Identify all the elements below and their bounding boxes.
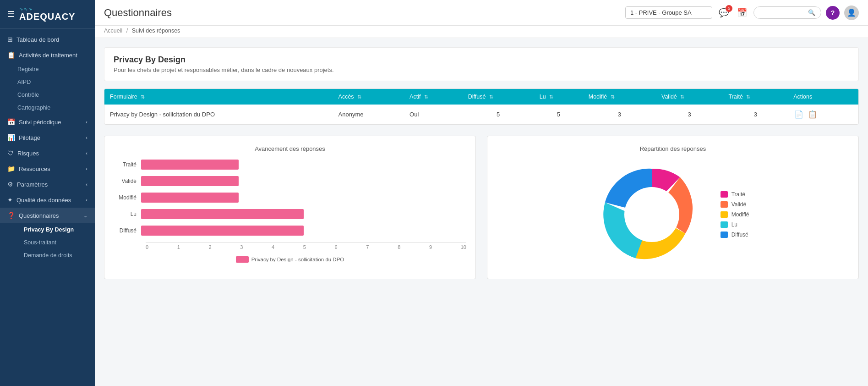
calendar-button[interactable]: 📅 xyxy=(735,6,749,20)
content-area: Privacy By Design Pour les chefs de proj… xyxy=(95,38,868,386)
bar-label: Validé xyxy=(114,178,141,184)
settings-icon: ⚙ xyxy=(7,181,13,188)
sidebar-sub-aipd[interactable]: AIPD xyxy=(0,76,95,88)
logo: ∿∿∿ ADEQUACY xyxy=(19,6,75,22)
col-modifie[interactable]: Modifié ⇅ xyxy=(583,89,656,105)
legend-item-valide: Validé xyxy=(721,201,749,208)
col-traite[interactable]: Traité ⇅ xyxy=(723,89,788,105)
view-action-button[interactable]: 📄 xyxy=(793,109,804,120)
sidebar-item-ressources[interactable]: 📁 Ressources ‹ xyxy=(0,161,95,176)
sort-icon: ⇅ xyxy=(680,94,684,99)
sidebar-sub-privacy-by-design[interactable]: Privacy By Design xyxy=(0,223,95,236)
copy-action-button[interactable]: 📋 xyxy=(807,109,818,120)
sidebar-item-tableau-de-bord[interactable]: ⊞ Tableau de bord xyxy=(0,32,95,47)
cell-acces: Anonyme xyxy=(333,105,404,124)
legend-swatch-valide xyxy=(721,201,728,208)
cell-actions: 📄 📋 xyxy=(788,105,858,124)
sidebar-item-activites-de-traitement[interactable]: 📋 Activités de traitement xyxy=(0,47,95,63)
sidebar-sub-sous-traitant[interactable]: Sous-traitant xyxy=(0,236,95,249)
cell-modifie: 3 xyxy=(583,105,656,124)
sidebar-item-questionnaires[interactable]: ❓ Questionnaires ⌄ xyxy=(0,208,95,223)
table-row: Privacy by Design - sollicitation du DPO… xyxy=(104,105,858,124)
chart-legend: Privacy by Design - sollicitation du DPO xyxy=(114,256,466,263)
col-diffuse[interactable]: Diffusé ⇅ xyxy=(463,89,534,105)
donut-legend: Traité Validé Modifié Lu xyxy=(721,191,749,238)
donut-svg xyxy=(597,160,707,270)
avatar-icon: 👤 xyxy=(847,8,856,17)
legend-item-lu: Lu xyxy=(721,221,749,228)
sidebar-header: ☰ ∿∿∿ ADEQUACY xyxy=(0,0,95,29)
col-formulaire[interactable]: Formulaire ⇅ xyxy=(104,89,333,105)
bar-row-traite: Traité xyxy=(114,160,466,170)
legend-label-modifie: Modifié xyxy=(732,211,749,218)
bar-row-lu: Lu xyxy=(114,209,466,219)
sidebar-item-parametres[interactable]: ⚙ Paramètres ‹ xyxy=(0,176,95,192)
bar-fill xyxy=(141,226,304,236)
sidebar-sub-registre[interactable]: Registre xyxy=(0,63,95,76)
search-box: 🔍 xyxy=(753,6,821,19)
bar-chart-card: Avancement des réponses Traité Validé xyxy=(104,136,476,279)
sidebar-sub-controle[interactable]: Contrôle xyxy=(0,88,95,101)
legend-swatch-modifie xyxy=(721,211,728,218)
bar-row-valide: Validé xyxy=(114,176,466,186)
bar-fill xyxy=(141,176,239,186)
chevron-icon: ‹ xyxy=(86,166,87,171)
legend-swatch-traite xyxy=(721,191,728,198)
bar-row-diffuse: Diffusé xyxy=(114,226,466,236)
cell-valide: 3 xyxy=(656,105,723,124)
search-icon: 🔍 xyxy=(808,9,815,16)
sidebar-nav: ⊞ Tableau de bord 📋 Activités de traitem… xyxy=(0,29,95,265)
search-input[interactable] xyxy=(759,9,805,16)
sort-icon: ⇅ xyxy=(549,94,553,99)
chevron-down-icon: ⌄ xyxy=(83,213,87,219)
col-acces[interactable]: Accès ⇅ xyxy=(333,89,404,105)
org-selector[interactable] xyxy=(625,6,712,19)
responses-table-container: Formulaire ⇅ Accès ⇅ Actif ⇅ Diffusé xyxy=(104,88,859,125)
notifications-button[interactable]: 💬 5 xyxy=(717,6,731,20)
sort-icon: ⇅ xyxy=(141,94,145,99)
bar-track xyxy=(141,193,466,203)
risks-icon: 🛡 xyxy=(7,149,14,157)
sidebar-item-risques[interactable]: 🛡 Risques ‹ xyxy=(0,145,95,161)
col-valide[interactable]: Validé ⇅ xyxy=(656,89,723,105)
col-actions: Actions xyxy=(788,89,858,105)
topbar-right: 💬 5 📅 🔍 ? 👤 xyxy=(625,6,859,20)
sort-icon: ⇅ xyxy=(611,94,615,99)
help-button[interactable]: ? xyxy=(826,6,840,20)
legend-item-diffuse: Diffusé xyxy=(721,232,749,238)
chevron-icon: ‹ xyxy=(86,135,87,140)
page-title: Privacy By Design xyxy=(114,55,849,65)
bar-row-modifie: Modifié xyxy=(114,193,466,203)
bar-label: Traité xyxy=(114,161,141,168)
user-avatar-button[interactable]: 👤 xyxy=(844,6,859,20)
page-header-card: Privacy By Design Pour les chefs de proj… xyxy=(104,47,859,81)
breadcrumb-home[interactable]: Accueil xyxy=(104,28,122,34)
legend-swatch-lu xyxy=(721,221,728,228)
cell-actif: Oui xyxy=(404,105,463,124)
sidebar-item-suivi-periodique[interactable]: 📅 Suivi périodique ‹ xyxy=(0,114,95,130)
hamburger-icon[interactable]: ☰ xyxy=(7,9,15,19)
sidebar-item-pilotage[interactable]: 📊 Pilotage ‹ xyxy=(0,130,95,145)
legend-label-lu: Lu xyxy=(732,221,737,228)
sort-icon: ⇅ xyxy=(489,94,493,99)
bar-fill xyxy=(141,209,304,219)
bar-label: Diffusé xyxy=(114,227,141,234)
topbar: Questionnaires 💬 5 📅 🔍 ? 👤 xyxy=(95,0,868,26)
col-lu[interactable]: Lu ⇅ xyxy=(534,89,583,105)
bar-fill xyxy=(141,193,239,203)
legend-swatch-diffuse xyxy=(721,232,728,238)
action-icons-group: 📄 📋 xyxy=(793,109,853,120)
notification-badge: 5 xyxy=(726,5,732,12)
sidebar-item-qualite-des-donnees[interactable]: ✦ Qualité des données ‹ xyxy=(0,192,95,208)
sort-icon: ⇅ xyxy=(357,94,361,99)
sidebar-sub-cartographie[interactable]: Cartographie xyxy=(0,101,95,114)
cell-diffuse: 5 xyxy=(463,105,534,124)
bar-chart-area: Traité Validé Modifié xyxy=(114,160,466,242)
cell-traite: 3 xyxy=(723,105,788,124)
charts-row: Avancement des réponses Traité Validé xyxy=(104,136,859,279)
sidebar-sub-demande-de-droits[interactable]: Demande de droits xyxy=(0,249,95,262)
pilotage-icon: 📊 xyxy=(7,134,15,141)
col-actif[interactable]: Actif ⇅ xyxy=(404,89,463,105)
legend-swatch xyxy=(236,256,249,263)
legend-label-traite: Traité xyxy=(732,191,745,198)
